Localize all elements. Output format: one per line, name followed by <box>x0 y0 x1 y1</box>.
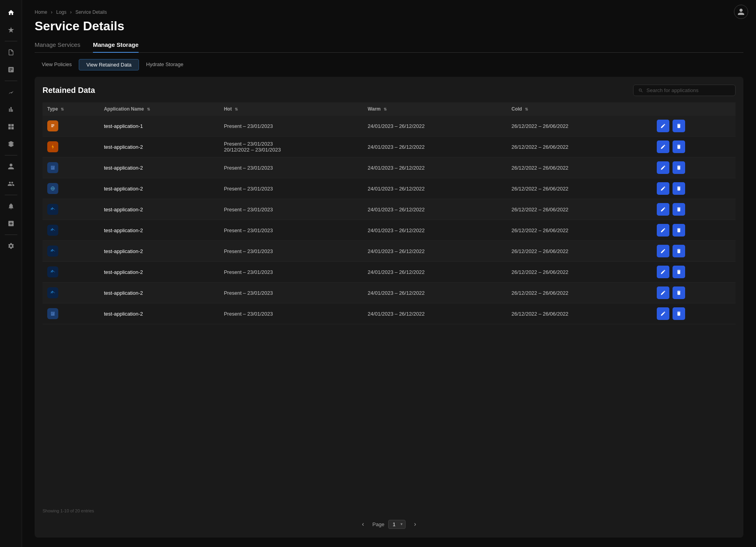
cell-hot-10: Present – 23/01/2023 <box>219 303 363 324</box>
cell-appname-10: test-application-2 <box>99 303 219 324</box>
col-warm[interactable]: Warm ⇅ <box>363 102 507 116</box>
sidebar-icon-document[interactable] <box>3 44 19 60</box>
sidebar-icon-plus-grid[interactable] <box>3 216 19 231</box>
delete-button-4[interactable] <box>673 182 685 195</box>
breadcrumb: Home › Logs › Service Details <box>35 9 743 15</box>
delete-button-7[interactable] <box>673 245 685 257</box>
page-select-wrap[interactable]: 1 2 <box>388 520 406 529</box>
sidebar-icon-barchart[interactable] <box>3 102 19 117</box>
svg-rect-53 <box>51 314 54 316</box>
breadcrumb-home[interactable]: Home <box>35 9 47 15</box>
svg-rect-27 <box>52 228 53 229</box>
sidebar-icon-analytics[interactable] <box>3 62 19 78</box>
breadcrumb-logs[interactable]: Logs <box>56 9 67 15</box>
sidebar-divider-3 <box>5 155 17 155</box>
edit-button-8[interactable] <box>657 266 669 278</box>
cell-appname-2: test-application-2 <box>99 137 219 157</box>
delete-button-6[interactable] <box>673 224 685 237</box>
sidebar-icon-home[interactable] <box>3 5 19 20</box>
edit-button-2[interactable] <box>657 140 669 153</box>
page-select[interactable]: 1 2 <box>388 520 406 529</box>
delete-button-3[interactable] <box>673 161 685 174</box>
edit-button-4[interactable] <box>657 182 669 195</box>
sidebar-icon-settings[interactable] <box>3 238 19 254</box>
edit-button-6[interactable] <box>657 224 669 237</box>
edit-button-7[interactable] <box>657 245 669 257</box>
sidebar-icon-grid[interactable] <box>3 119 19 135</box>
edit-button-1[interactable] <box>657 120 669 132</box>
svg-rect-42 <box>51 292 52 292</box>
svg-rect-36 <box>51 271 52 272</box>
sidebar-icon-linechart[interactable] <box>3 84 19 100</box>
table-header: Type ⇅ Application Name ⇅ Hot ⇅ Warm <box>43 102 736 116</box>
sidebar-icon-users[interactable] <box>3 176 19 192</box>
delete-button-5[interactable] <box>673 203 685 216</box>
col-cold[interactable]: Cold ⇅ <box>507 102 650 116</box>
cell-cold-2: 26/12/2022 – 26/06/2022 <box>507 137 650 157</box>
main-content: Home › Logs › Service Details Service De… <box>22 0 756 547</box>
cell-actions-5 <box>650 199 736 220</box>
table-row: test-application-2 Present – 23/01/2023 … <box>43 241 736 262</box>
cell-appname-6: test-application-2 <box>99 220 219 241</box>
col-hot[interactable]: Hot ⇅ <box>219 102 363 116</box>
delete-button-9[interactable] <box>673 286 685 299</box>
svg-rect-44 <box>53 292 54 292</box>
cell-type-4 <box>43 178 99 199</box>
delete-button-2[interactable] <box>673 140 685 153</box>
svg-rect-39 <box>52 270 53 271</box>
type-icon-5 <box>47 204 58 215</box>
sidebar-icon-layers[interactable] <box>3 136 19 152</box>
table-row: test-application-2 Present – 23/01/20232… <box>43 137 736 157</box>
cell-actions-8 <box>650 262 736 283</box>
table-body: test-application-1 Present – 23/01/2023 … <box>43 116 736 324</box>
user-profile-icon[interactable] <box>734 5 748 19</box>
edit-button-9[interactable] <box>657 286 669 299</box>
search-box[interactable] <box>633 85 736 96</box>
top-tabs: Manage Services Manage Storage <box>35 41 743 53</box>
delete-button-8[interactable] <box>673 266 685 278</box>
sidebar-icon-sparkle[interactable] <box>3 22 19 38</box>
subtab-hydrate-storage[interactable]: Hydrate Storage <box>139 59 191 70</box>
sort-warm-icon: ⇅ <box>384 107 387 111</box>
cell-cold-9: 26/12/2022 – 26/06/2022 <box>507 283 650 303</box>
svg-rect-30 <box>51 250 52 251</box>
cell-hot-1: Present – 23/01/2023 <box>219 116 363 137</box>
edit-button-10[interactable] <box>657 307 669 320</box>
sidebar-icon-bell[interactable] <box>3 198 19 214</box>
cell-actions-7 <box>650 241 736 262</box>
delete-button-1[interactable] <box>673 120 685 132</box>
table-row: test-application-2 Present – 23/01/2023 … <box>43 199 736 220</box>
delete-button-10[interactable] <box>673 307 685 320</box>
table-row: test-application-2 Present – 23/01/2023 … <box>43 303 736 324</box>
col-app-name[interactable]: Application Name ⇅ <box>99 102 219 116</box>
tab-manage-services[interactable]: Manage Services <box>35 41 80 53</box>
svg-rect-12 <box>51 168 54 170</box>
edit-button-5[interactable] <box>657 203 669 216</box>
col-type[interactable]: Type ⇅ <box>43 102 99 116</box>
pagination-next[interactable]: › <box>410 519 421 530</box>
sidebar-icon-user[interactable] <box>3 159 19 174</box>
cell-type-3 <box>43 157 99 178</box>
cell-appname-9: test-application-2 <box>99 283 219 303</box>
edit-button-3[interactable] <box>657 161 669 174</box>
subtab-view-retained-data[interactable]: View Retained Data <box>79 59 139 70</box>
sidebar <box>0 0 22 547</box>
svg-rect-51 <box>51 313 52 314</box>
svg-rect-2 <box>51 126 53 127</box>
sort-cold-icon: ⇅ <box>525 107 528 111</box>
type-icon-2 <box>47 141 58 152</box>
sort-type-icon: ⇅ <box>61 107 64 111</box>
cell-type-1 <box>43 116 99 137</box>
retained-data-table: Type ⇅ Application Name ⇅ Hot ⇅ Warm <box>43 102 736 324</box>
cell-warm-2: 24/01/2023 – 26/12/2022 <box>363 137 507 157</box>
cell-warm-9: 24/01/2023 – 26/12/2022 <box>363 283 507 303</box>
svg-rect-7 <box>51 166 52 167</box>
table-row: test-application-1 Present – 23/01/2023 … <box>43 116 736 137</box>
tab-manage-storage[interactable]: Manage Storage <box>93 41 139 53</box>
topbar <box>734 5 748 19</box>
table-row: test-application-2 Present – 23/01/2023 … <box>43 262 736 283</box>
svg-rect-33 <box>52 249 53 250</box>
pagination-prev[interactable]: ‹ <box>358 519 369 530</box>
subtab-view-policies[interactable]: View Policies <box>35 59 79 70</box>
search-input[interactable] <box>647 87 730 93</box>
